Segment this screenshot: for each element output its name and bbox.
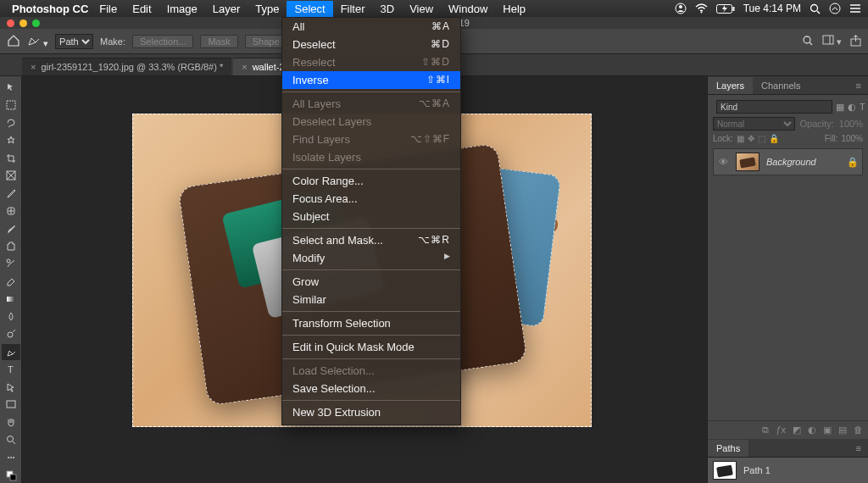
menu-item-grow[interactable]: Grow bbox=[282, 273, 460, 291]
crop-tool[interactable] bbox=[2, 150, 20, 166]
menu-help[interactable]: Help bbox=[495, 1, 533, 17]
menu-image[interactable]: Image bbox=[159, 1, 205, 17]
type-tool[interactable]: T bbox=[2, 362, 20, 378]
menu-3d[interactable]: 3D bbox=[373, 1, 403, 17]
pen-tool[interactable] bbox=[2, 344, 20, 360]
menu-view[interactable]: View bbox=[402, 1, 441, 17]
wifi-icon[interactable] bbox=[695, 3, 708, 14]
opacity-value[interactable]: 100% bbox=[839, 119, 863, 129]
adjustment-icon[interactable]: ◐ bbox=[808, 425, 816, 436]
gradient-tool[interactable] bbox=[2, 291, 20, 307]
menu-type[interactable]: Type bbox=[248, 1, 287, 17]
clock[interactable]: Tue 4:14 PM bbox=[743, 3, 801, 14]
dodge-tool[interactable] bbox=[2, 326, 20, 342]
menu-item-new-3d-extrusion[interactable]: New 3D Extrusion bbox=[282, 403, 460, 421]
quick-select-tool[interactable] bbox=[2, 132, 20, 148]
notification-center-icon[interactable] bbox=[849, 3, 861, 14]
lasso-tool[interactable] bbox=[2, 115, 20, 131]
make-mask-button[interactable]: Mask bbox=[200, 35, 237, 48]
edit-toolbar-tool[interactable] bbox=[2, 449, 20, 465]
menu-item-save-selection[interactable]: Save Selection... bbox=[282, 380, 460, 397]
user-icon[interactable] bbox=[675, 3, 687, 14]
lock-all-icon[interactable]: 🔒 bbox=[769, 134, 779, 143]
spotlight-icon[interactable] bbox=[810, 3, 821, 14]
marquee-tool[interactable] bbox=[2, 97, 20, 114]
fill-value[interactable]: 100% bbox=[841, 134, 863, 143]
path-row[interactable]: Path 1 bbox=[708, 458, 868, 483]
fg-bg-tool[interactable] bbox=[2, 467, 20, 483]
document-tab[interactable]: ×girl-2359121_1920.jpg @ 33.3% (RGB/8#) … bbox=[22, 58, 231, 75]
tab-layers[interactable]: Layers bbox=[708, 77, 753, 94]
menu-edit[interactable]: Edit bbox=[125, 1, 159, 17]
layer-name[interactable]: Background bbox=[766, 157, 840, 167]
window-minimize[interactable] bbox=[19, 19, 27, 27]
siri-icon[interactable] bbox=[829, 3, 841, 14]
share-icon[interactable] bbox=[850, 35, 861, 48]
tab-channels[interactable]: Channels bbox=[753, 77, 809, 94]
filter-adjust-icon[interactable]: ◐ bbox=[848, 102, 856, 113]
menu-window[interactable]: Window bbox=[441, 1, 495, 17]
lock-position-icon[interactable]: ✥ bbox=[748, 134, 754, 143]
search-icon[interactable] bbox=[802, 35, 814, 48]
blur-tool[interactable] bbox=[2, 308, 20, 325]
menu-layer[interactable]: Layer bbox=[205, 1, 248, 17]
window-zoom[interactable] bbox=[32, 19, 40, 27]
close-tab-icon[interactable]: × bbox=[31, 62, 36, 72]
panel-menu-icon[interactable]: ≡ bbox=[849, 440, 868, 457]
app-name[interactable]: Photoshop CC bbox=[12, 3, 88, 15]
pen-tool-icon[interactable]: ▾ bbox=[27, 33, 48, 49]
path-mode-select[interactable]: Path bbox=[55, 34, 93, 49]
eraser-tool[interactable] bbox=[2, 274, 20, 290]
visibility-icon[interactable]: 👁 bbox=[717, 157, 729, 167]
menu-item-focus-area[interactable]: Focus Area... bbox=[282, 190, 460, 208]
heal-tool[interactable] bbox=[2, 203, 20, 219]
home-button[interactable] bbox=[7, 35, 20, 48]
path-thumbnail[interactable] bbox=[713, 461, 737, 480]
lock-pixels-icon[interactable]: ▦ bbox=[737, 134, 744, 143]
path-select-tool[interactable] bbox=[2, 379, 20, 395]
close-tab-icon[interactable]: × bbox=[242, 62, 247, 72]
rectangle-tool[interactable] bbox=[2, 397, 20, 413]
layer-filter-input[interactable] bbox=[716, 100, 832, 114]
layer-row[interactable]: 👁 Background 🔒 bbox=[713, 148, 863, 175]
menu-item-transform-selection[interactable]: Transform Selection bbox=[282, 314, 460, 332]
new-layer-icon[interactable]: ▤ bbox=[838, 425, 847, 436]
menu-item-select-and-mask[interactable]: Select and Mask...⌥⌘R bbox=[282, 231, 460, 249]
menu-item-subject[interactable]: Subject bbox=[282, 208, 460, 225]
menu-item-deselect[interactable]: Deselect⌘D bbox=[282, 36, 460, 53]
brush-tool[interactable] bbox=[2, 220, 20, 236]
menu-item-inverse[interactable]: Inverse⇧⌘I bbox=[282, 71, 460, 89]
workspace-switcher-icon[interactable]: ▾ bbox=[822, 35, 842, 47]
move-tool[interactable] bbox=[2, 80, 20, 96]
menu-item-modify[interactable]: Modify bbox=[282, 249, 460, 267]
menu-file[interactable]: File bbox=[92, 1, 125, 17]
zoom-tool[interactable] bbox=[2, 432, 20, 448]
menu-filter[interactable]: Filter bbox=[333, 1, 373, 17]
link-layers-icon[interactable]: ⧉ bbox=[762, 425, 769, 436]
mask-icon[interactable]: ◩ bbox=[793, 425, 801, 436]
lock-artboard-icon[interactable]: ⬚ bbox=[758, 134, 765, 143]
blend-mode-select[interactable]: Normal bbox=[713, 117, 795, 130]
clone-tool[interactable] bbox=[2, 238, 20, 254]
window-close[interactable] bbox=[7, 19, 14, 27]
menu-item-all[interactable]: All⌘A bbox=[282, 18, 460, 36]
make-selection-button[interactable]: Selection... bbox=[132, 35, 193, 48]
battery-icon[interactable] bbox=[716, 4, 735, 14]
frame-tool[interactable] bbox=[2, 168, 20, 184]
filter-type-icon[interactable]: T bbox=[860, 102, 865, 112]
filter-image-icon[interactable]: ▦ bbox=[836, 102, 844, 113]
hand-tool[interactable] bbox=[2, 414, 20, 430]
history-brush-tool[interactable] bbox=[2, 256, 20, 272]
panel-menu-icon[interactable]: ≡ bbox=[849, 77, 868, 94]
eyedropper-tool[interactable] bbox=[2, 186, 20, 202]
menu-item-edit-in-quick-mask-mode[interactable]: Edit in Quick Mask Mode bbox=[282, 338, 460, 356]
menu-item-similar[interactable]: Similar bbox=[282, 291, 460, 308]
layer-thumbnail[interactable] bbox=[736, 153, 760, 171]
tab-paths[interactable]: Paths bbox=[708, 440, 748, 457]
trash-icon[interactable]: 🗑 bbox=[854, 425, 863, 436]
path-name[interactable]: Path 1 bbox=[743, 465, 771, 475]
menu-item-color-range[interactable]: Color Range... bbox=[282, 172, 460, 190]
group-icon[interactable]: ▣ bbox=[823, 425, 832, 436]
fx-icon[interactable]: ƒx bbox=[776, 425, 786, 436]
menu-select[interactable]: Select bbox=[287, 1, 332, 17]
